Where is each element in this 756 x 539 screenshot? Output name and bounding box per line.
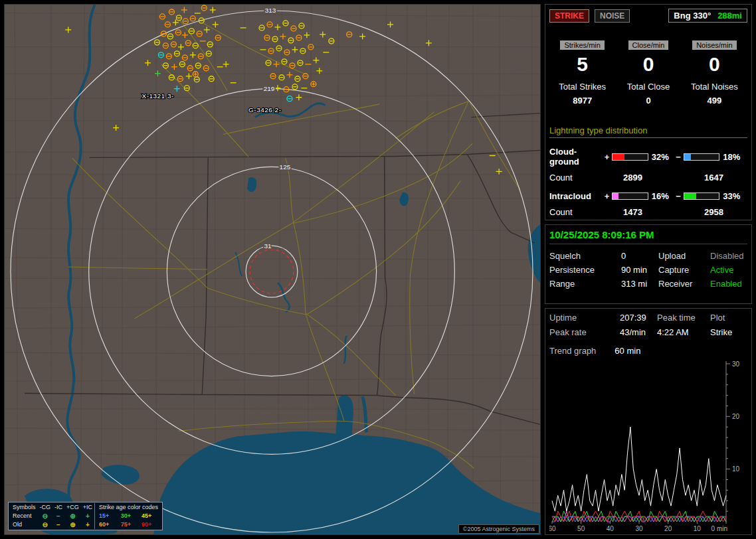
datetime-display: 10/25/2025 8:09:16 PM (549, 229, 747, 244)
legend-col-pos-ic: +IC (81, 503, 95, 512)
ic-negative-count: 2958 (692, 207, 723, 217)
close-per-min-label: Close/min (628, 40, 669, 50)
status-grid: Squelch 0 Upload Disabled Persistence 90… (549, 251, 747, 289)
svg-text:X-1321 3-: X-1321 3- (142, 92, 173, 100)
noises-per-min-value: 0 (682, 54, 747, 75)
total-close-label: Total Close (615, 82, 681, 92)
svg-text:30: 30 (732, 360, 740, 368)
peak-time-label: Peak time (657, 313, 710, 323)
legend-recent-label: Recent (11, 512, 38, 520)
ic-negative-bar (684, 193, 720, 200)
age-75: 75+ (119, 520, 140, 529)
uptime-value: 207:39 (620, 313, 657, 323)
lightning-map[interactable]: 31321912531X-1321 3-G-3426 2- Symbols -C… (4, 4, 541, 535)
cg-positive-count: 2899 (608, 173, 692, 183)
receiver-label: Receiver (658, 279, 710, 289)
uptime-label: Uptime (549, 313, 620, 323)
intracloud-label: Intracloud (549, 191, 605, 201)
trend-graph-header: Trend graph 60 min (549, 346, 747, 356)
rate-counters: Strikes/min 5 Total Strikes 8977 Close/m… (549, 40, 747, 106)
upload-status: Disabled (710, 251, 747, 261)
range-value: 313 mi (621, 279, 658, 289)
svg-text:10: 10 (694, 525, 702, 532)
count-label: Count (549, 173, 608, 183)
plus-sign: + (605, 152, 612, 162)
svg-text:10: 10 (732, 465, 740, 473)
peak-rate-value: 43/min (620, 327, 657, 337)
cg-negative-count: 1647 (692, 173, 723, 183)
svg-text:20: 20 (732, 413, 740, 420)
cg-negative-pct: 18% (719, 152, 747, 162)
map-canvas: 31321912531X-1321 3-G-3426 2- (5, 5, 540, 534)
total-close-value: 0 (615, 96, 681, 106)
svg-text:0 min: 0 min (711, 525, 727, 532)
recent-neg-cg-icon: ⊖ (38, 512, 53, 520)
squelch-value: 0 (621, 251, 658, 261)
old-pos-cg-icon: ⊕ (64, 520, 81, 529)
persistence-label: Persistence (549, 265, 621, 275)
capture-status: Active (710, 265, 747, 275)
bearing-distance: 288mi (717, 11, 742, 21)
strikes-per-min-value: 5 (549, 54, 615, 75)
age-60: 60+ (95, 520, 119, 529)
ic-positive-pct: 16% (648, 191, 676, 201)
legend-symbols-title: Symbols (11, 503, 38, 512)
strike-stats-section: STRIKE NOISE Bng 330° 288mi Strikes/min … (545, 4, 752, 220)
total-strikes-label: Total Strikes (549, 82, 615, 92)
peak-time-value: 4:22 AM (657, 327, 710, 337)
age-15: 15+ (95, 512, 119, 520)
cg-positive-bar (612, 153, 648, 161)
squelch-label: Squelch (549, 251, 621, 261)
total-noises-label: Total Noises (682, 82, 747, 92)
minus-sign: − (676, 152, 683, 162)
ic-positive-count: 1473 (608, 207, 692, 217)
legend-col-neg-cg: -CG (38, 503, 53, 512)
intracloud-count-row: Count 1473 2958 (549, 207, 747, 217)
age-90: 90+ (140, 520, 160, 529)
trend-section: Uptime 207:39 Peak time Plot Peak rate 4… (545, 308, 752, 535)
noise-indicator[interactable]: NOISE (595, 9, 630, 23)
svg-text:30: 30 (635, 525, 643, 532)
status-panel: STRIKE NOISE Bng 330° 288mi Strikes/min … (545, 4, 752, 535)
recent-pos-cg-icon: ⊕ (64, 512, 81, 520)
close-per-min-column: Close/min 0 Total Close 0 (615, 40, 681, 106)
age-45: 45+ (140, 512, 160, 520)
legend-col-neg-ic: -IC (52, 503, 64, 512)
legend-age-title: Strike age color codes (95, 503, 161, 512)
peak-rate-label: Peak rate (549, 327, 620, 337)
svg-text:313: 313 (265, 7, 276, 14)
old-neg-cg-icon: ⊖ (38, 520, 53, 529)
bearing-label: Bng 330° (674, 11, 711, 21)
svg-text:125: 125 (280, 163, 291, 171)
svg-text:50: 50 (577, 525, 585, 532)
old-neg-ic-icon: − (52, 520, 64, 529)
recent-pos-ic-icon: + (81, 512, 95, 520)
cloud-ground-label: Cloud-ground (549, 147, 605, 167)
receiver-status: Enabled (710, 279, 747, 289)
minus-sign: − (676, 191, 683, 201)
close-per-min-value: 0 (615, 54, 681, 75)
ic-negative-bar-fill (684, 193, 696, 199)
strike-indicator[interactable]: STRIKE (549, 9, 589, 23)
age-30: 30+ (119, 512, 140, 520)
cg-negative-bar-fill (684, 154, 691, 160)
plot-label: Plot (710, 313, 747, 323)
indicator-row: STRIKE NOISE Bng 330° 288mi (549, 9, 747, 23)
plus-sign: + (605, 191, 612, 201)
legend-col-pos-cg: +CG (64, 503, 81, 512)
legend-old-label: Old (11, 520, 38, 529)
system-status-section: 10/25/2025 8:09:16 PM Squelch 0 Upload D… (545, 224, 752, 304)
strikes-per-min-column: Strikes/min 5 Total Strikes 8977 (549, 40, 615, 106)
recent-neg-ic-icon: − (52, 512, 64, 520)
cg-positive-bar-fill (613, 154, 624, 160)
svg-text:G-3426 2-: G-3426 2- (248, 106, 281, 114)
svg-text:40: 40 (607, 525, 614, 532)
svg-text:31: 31 (264, 242, 272, 250)
svg-text:60: 60 (549, 525, 556, 532)
cg-positive-pct: 32% (648, 152, 676, 162)
cloud-ground-row: Cloud-ground + 32% − 18% (549, 147, 747, 167)
svg-text:219: 219 (264, 85, 275, 92)
ic-positive-bar (612, 193, 648, 200)
ic-negative-pct: 33% (719, 191, 747, 201)
strikes-per-min-label: Strikes/min (560, 40, 604, 50)
